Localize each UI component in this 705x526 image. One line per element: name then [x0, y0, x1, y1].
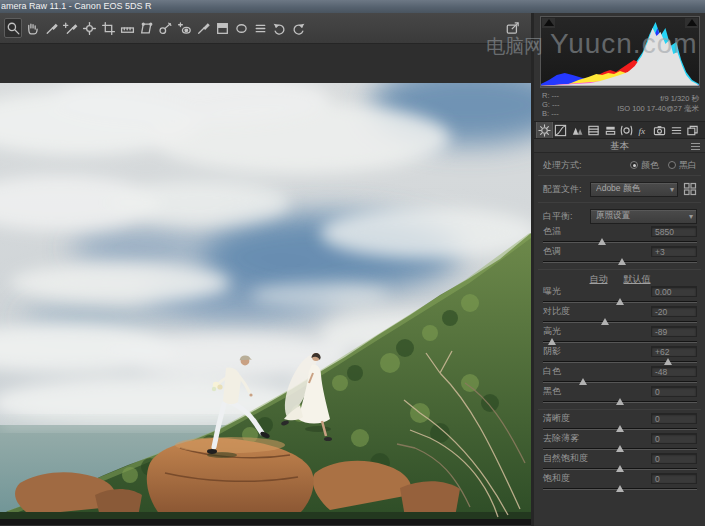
slider-thumb-clarity[interactable] — [616, 425, 624, 432]
slider-value-contrast[interactable]: -20 — [651, 306, 697, 317]
shadow-clipping-warning[interactable] — [542, 18, 555, 28]
histogram[interactable] — [540, 16, 700, 88]
tab-snapshots[interactable] — [685, 122, 702, 138]
slider-value-blacks[interactable]: 0 — [651, 386, 697, 397]
slider-thumb-shadows[interactable] — [664, 358, 672, 365]
slider-thumb-saturation[interactable] — [616, 485, 624, 492]
spot-removal-tool[interactable] — [156, 18, 174, 38]
slider-thumb-contrast[interactable] — [601, 318, 609, 325]
slider-track-dehaze[interactable] — [543, 448, 697, 450]
process-option-黑白[interactable]: 黑白 — [668, 159, 697, 172]
radial-filter-icon — [234, 21, 249, 36]
slider-thumb-temperature[interactable] — [598, 238, 606, 245]
slider-thumb-whites[interactable] — [579, 378, 587, 385]
tab-lens-corrections-icon — [620, 124, 633, 137]
tab-effects[interactable]: fx — [635, 122, 652, 138]
auto-link[interactable]: 自动 — [590, 273, 608, 286]
tab-snapshots-icon — [686, 124, 699, 137]
slider-track-temperature[interactable] — [543, 241, 697, 243]
slider-clarity: 清晰度 0 — [543, 413, 697, 433]
white-balance-row: 白平衡: 原照设置 ▾ — [543, 206, 697, 226]
slider-track-exposure[interactable] — [543, 301, 697, 303]
slider-vibrance: 自然饱和度 0 — [543, 453, 697, 473]
slider-value-temperature[interactable]: 5850 — [651, 226, 697, 237]
slider-value-whites[interactable]: -48 — [651, 366, 697, 377]
slider-saturation: 饱和度 0 — [543, 473, 697, 493]
tab-hsl[interactable] — [586, 122, 603, 138]
slider-value-tint[interactable]: +3 — [651, 246, 697, 257]
slider-thumb-highlights[interactable] — [548, 338, 556, 345]
profile-browser-button[interactable] — [683, 182, 697, 196]
slider-track-whites[interactable] — [543, 381, 697, 383]
slider-thumb-vibrance[interactable] — [616, 465, 624, 472]
rotate-right-tool[interactable] — [289, 18, 307, 38]
highlight-clipping-warning[interactable] — [685, 18, 698, 28]
crop-tool[interactable] — [99, 18, 117, 38]
process-option-颜色[interactable]: 颜色 — [630, 159, 659, 172]
rotate-left-tool[interactable] — [270, 18, 288, 38]
rotate-left-icon — [272, 21, 287, 36]
white-balance-sliders: 色温 5850 色调 +3 — [543, 226, 697, 266]
slider-value-exposure[interactable]: 0.00 — [651, 286, 697, 297]
canvas-bottom-strip — [0, 519, 531, 525]
tab-camera-calibration-icon — [653, 124, 666, 137]
adjustment-brush-tool[interactable] — [194, 18, 212, 38]
radial-filter-tool[interactable] — [232, 18, 250, 38]
tab-detail[interactable] — [569, 122, 586, 138]
slider-label: 自然饱和度 — [543, 452, 588, 465]
panel-menu-icon[interactable] — [691, 143, 700, 150]
color-sampler-tool[interactable] — [61, 18, 79, 38]
slider-track-saturation[interactable] — [543, 488, 697, 490]
slider-value-dehaze[interactable]: 0 — [651, 433, 697, 444]
slider-track-blacks[interactable] — [543, 401, 697, 403]
tab-camera-calibration[interactable] — [652, 122, 669, 138]
slider-track-clarity[interactable] — [543, 428, 697, 430]
tab-basic-icon — [538, 124, 551, 137]
slider-track-shadows[interactable] — [543, 361, 697, 363]
slider-track-highlights[interactable] — [543, 341, 697, 343]
zoom-icon — [6, 21, 21, 36]
default-link[interactable]: 默认值 — [624, 273, 651, 286]
image-info: R: ---G: ---B: --- f/9 1/320 秒 ISO 100 1… — [542, 91, 699, 118]
slider-track-tint[interactable] — [543, 261, 697, 263]
slider-track-vibrance[interactable] — [543, 468, 697, 470]
slider-thumb-dehaze[interactable] — [616, 445, 624, 452]
white-balance-dropdown[interactable]: 原照设置 ▾ — [590, 209, 697, 224]
slider-thumb-exposure[interactable] — [616, 298, 624, 305]
straighten-tool[interactable] — [118, 18, 136, 38]
graduated-filter-tool[interactable] — [213, 18, 231, 38]
profile-dropdown[interactable]: Adobe 颜色 ▾ — [590, 182, 678, 197]
divider — [538, 202, 701, 203]
slider-value-shadows[interactable]: +62 — [651, 346, 697, 357]
hand-tool[interactable] — [23, 18, 41, 38]
tab-split-toning[interactable] — [602, 122, 619, 138]
red-eye-tool[interactable] — [175, 18, 193, 38]
slider-value-clarity[interactable]: 0 — [651, 413, 697, 424]
slider-value-saturation[interactable]: 0 — [651, 473, 697, 484]
tab-presets[interactable] — [668, 122, 685, 138]
tab-basic[interactable] — [536, 122, 553, 138]
slider-highlights: 高光 -89 — [543, 326, 697, 346]
zoom-tool[interactable] — [4, 18, 22, 38]
profile-label: 配置文件: — [543, 183, 590, 196]
image-canvas[interactable] — [0, 44, 531, 525]
white-balance-tool[interactable] — [42, 18, 60, 38]
slider-track-contrast[interactable] — [543, 321, 697, 323]
divider — [538, 175, 701, 176]
red-eye-icon — [177, 21, 192, 36]
title-bar[interactable]: amera Raw 11.1 - Canon EOS 5DS R — [0, 0, 705, 13]
photo-preview[interactable] — [0, 83, 531, 519]
preferences-tool[interactable] — [251, 18, 269, 38]
window-title: amera Raw 11.1 - Canon EOS 5DS R — [1, 1, 151, 11]
slider-value-highlights[interactable]: -89 — [651, 326, 697, 337]
slider-value-vibrance[interactable]: 0 — [651, 453, 697, 464]
panel-body: 处理方式: 颜色黑白 配置文件: Adobe 颜色 ▾ — [534, 153, 705, 493]
divider — [538, 269, 701, 270]
tab-tone-curve[interactable] — [553, 122, 570, 138]
fullscreen-toggle-button[interactable] — [503, 18, 523, 38]
transform-tool[interactable] — [137, 18, 155, 38]
slider-thumb-blacks[interactable] — [616, 398, 624, 405]
slider-thumb-tint[interactable] — [618, 258, 626, 265]
tab-lens-corrections[interactable] — [619, 122, 636, 138]
targeted-adjustment-tool[interactable] — [80, 18, 98, 38]
